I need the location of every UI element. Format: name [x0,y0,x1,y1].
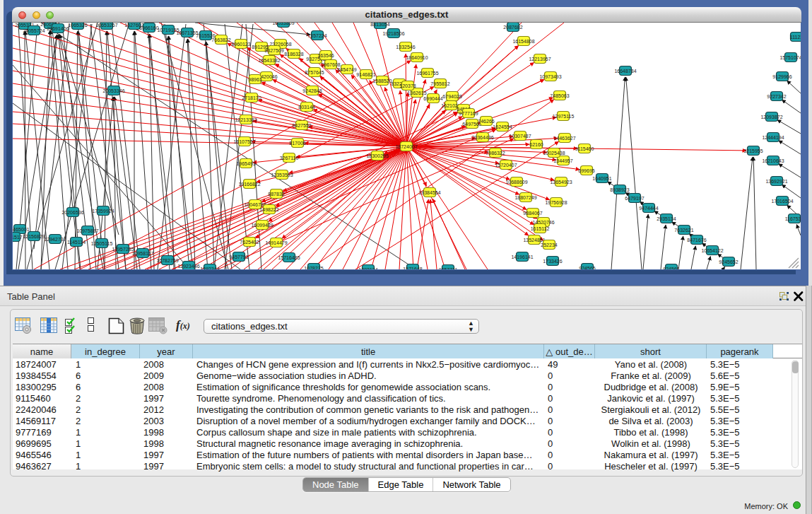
svg-text:10307487: 10307487 [509,134,531,139]
svg-text:924561: 924561 [663,267,679,270]
svg-text:9245652: 9245652 [719,259,738,264]
svg-text:16961755: 16961755 [416,71,438,76]
svg-text:1588520: 1588520 [372,78,392,83]
svg-text:8471676: 8471676 [687,238,706,243]
svg-text:12942737: 12942737 [44,237,66,242]
svg-text:15716485: 15716485 [278,255,300,260]
svg-text:9777169: 9777169 [459,111,478,116]
svg-text:19384554: 19384554 [418,190,440,195]
svg-text:1362615: 1362615 [407,90,426,95]
svg-text:18300295: 18300295 [366,153,388,158]
svg-text:8813054: 8813054 [370,23,389,27]
svg-text:12093872: 12093872 [760,115,782,119]
svg-text:9129966: 9129966 [772,74,792,79]
svg-text:16033809: 16033809 [272,23,294,25]
svg-text:62160: 62160 [529,142,543,147]
svg-text:7632621: 7632621 [674,228,693,233]
svg-text:2087682: 2087682 [503,25,522,30]
svg-text:18724007: 18724007 [395,144,417,149]
svg-text:15751074: 15751074 [779,55,801,60]
svg-text:10046788: 10046788 [244,202,266,207]
svg-text:6479197: 6479197 [625,196,644,201]
svg-text:8960123: 8960123 [231,42,250,47]
svg-text:19218506: 19218506 [382,31,404,36]
svg-text:12505115: 12505115 [91,241,113,246]
svg-text:391517: 391517 [13,235,23,240]
svg-text:7357224: 7357224 [307,33,326,38]
svg-text:10688609: 10688609 [505,180,527,185]
svg-text:9227342: 9227342 [767,94,786,99]
svg-text:13692921: 13692921 [765,179,787,184]
svg-text:12444194: 12444194 [762,135,784,140]
svg-text:803144: 803144 [298,105,314,110]
svg-text:1167534: 1167534 [785,216,801,221]
svg-text:13524851: 13524851 [523,238,545,243]
svg-text:163546: 163546 [317,53,334,58]
svg-text:8757645: 8757645 [305,70,324,75]
svg-text:9242848: 9242848 [302,88,322,93]
svg-text:8454749: 8454749 [337,67,356,72]
svg-text:10025438: 10025438 [543,151,565,156]
svg-text:10973493: 10973493 [539,74,561,79]
svg-text:7663822: 7663822 [211,37,230,42]
svg-text:19166822: 19166822 [238,182,260,187]
svg-text:13654923: 13654923 [550,180,572,185]
svg-text:17359924: 17359924 [92,209,114,214]
svg-text:1965493: 1965493 [236,161,255,166]
svg-text:20206536: 20206536 [61,210,83,215]
svg-text:817006: 817006 [289,141,305,146]
svg-text:1145114: 1145114 [67,240,86,245]
svg-text:1292344: 1292344 [200,267,219,270]
svg-text:14914479: 14914479 [265,240,287,245]
svg-text:1292134: 1292134 [358,267,377,270]
svg-text:14196141: 14196141 [511,255,533,259]
svg-text:10653267: 10653267 [95,23,117,28]
svg-text:9327509: 9327509 [264,48,283,53]
svg-text:20364436: 20364436 [471,135,493,140]
svg-text:1615112: 1615112 [531,226,550,231]
svg-text:7955812: 7955812 [430,81,449,86]
svg-text:1624554: 1624554 [493,124,512,129]
svg-text:1344957: 1344957 [553,158,572,163]
svg-text:16543382: 16543382 [258,58,280,63]
svg-text:20691406: 20691406 [47,26,69,31]
svg-text:6966160: 6966160 [139,25,158,30]
svg-text:2935134: 2935134 [657,216,676,221]
svg-text:1332546: 1332546 [396,45,415,49]
svg-text:16671355: 16671355 [176,30,198,35]
svg-text:15720407: 15720407 [495,163,517,168]
svg-text:9115460: 9115460 [575,146,594,151]
svg-text:17016504: 17016504 [771,199,793,204]
svg-text:924565: 924565 [579,266,595,270]
svg-text:11123: 11123 [790,35,801,40]
svg-text:9884067: 9884067 [523,211,542,216]
svg-text:12353593: 12353593 [271,173,293,177]
svg-text:18640910: 18640910 [406,55,428,60]
svg-text:1498222: 1498222 [259,207,278,212]
svg-text:6990444: 6990444 [423,96,442,101]
svg-text:7625402: 7625402 [240,240,259,245]
svg-text:19756928: 19756928 [545,200,567,205]
svg-text:10958117: 10958117 [132,251,154,256]
svg-text:16099489: 16099489 [251,223,273,228]
svg-text:24055724: 24055724 [23,28,45,33]
svg-text:12213383: 12213383 [235,117,257,122]
svg-text:14463627: 14463627 [553,136,575,141]
svg-text:3215955: 3215955 [743,148,763,153]
svg-text:8186328: 8186328 [284,52,303,57]
svg-text:12156829: 12156829 [23,234,45,239]
svg-text:16107552: 16107552 [233,139,255,144]
svg-text:1065326: 1065326 [68,23,87,28]
svg-text:887832: 887832 [268,192,284,197]
svg-text:746266: 746266 [478,119,494,124]
svg-text:252234: 252234 [541,243,557,247]
svg-text:16154808: 16154808 [512,39,534,44]
svg-text:9427552: 9427552 [292,123,311,128]
svg-text:1078275: 1078275 [304,266,323,270]
svg-text:12923446: 12923446 [177,264,199,269]
svg-text:9474444: 9474444 [639,206,658,211]
svg-text:20053346: 20053346 [102,88,124,93]
svg-text:1640951: 1640951 [592,176,611,181]
svg-text:9457791: 9457791 [229,255,248,259]
svg-text:12975115: 12975115 [553,114,575,119]
